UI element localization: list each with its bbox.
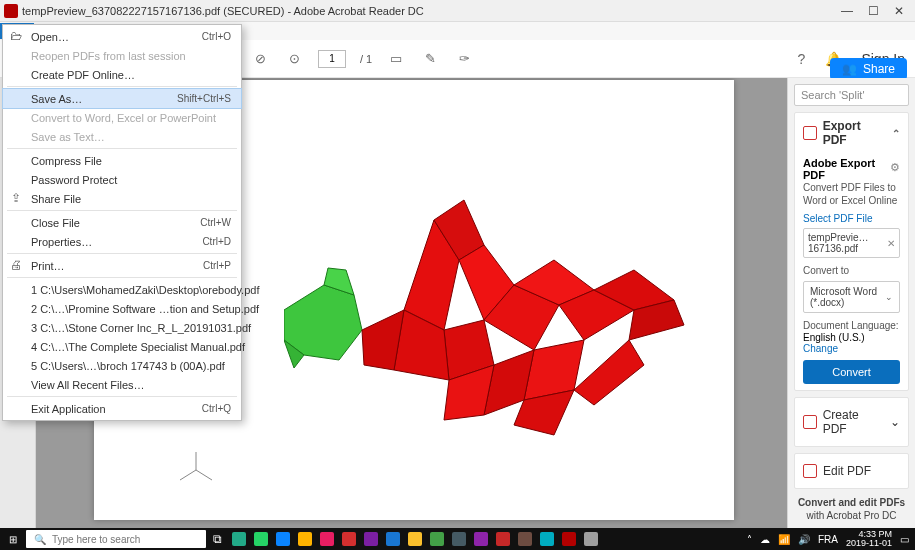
menu-share-file[interactable]: ⇪ Share File (3, 189, 241, 208)
taskbar-search[interactable]: 🔍 Type here to search (26, 530, 206, 548)
comment-icon[interactable]: ▭ (386, 49, 406, 69)
tray-clock[interactable]: 4:33 PM 2019-11-01 (846, 530, 892, 548)
format-value: Microsoft Word (*.docx) (810, 286, 885, 308)
menu-recent-2-label: 2 C:\…\Promine Software …tion and Setup.… (31, 303, 259, 315)
taskbar-search-placeholder: Type here to search (52, 534, 140, 545)
chevron-up-icon: ⌃ (892, 128, 900, 139)
maximize-button[interactable]: ☐ (867, 5, 879, 17)
menu-save-as-text: Save as Text… (3, 127, 241, 146)
menu-password-protect[interactable]: Password Protect (3, 170, 241, 189)
tray-volume-icon[interactable]: 🔊 (798, 534, 810, 545)
tray-date: 2019-11-01 (846, 539, 892, 548)
page-up-icon[interactable]: ⊘ (250, 49, 270, 69)
menu-close-label: Close File (31, 217, 80, 229)
menu-properties[interactable]: Properties… Ctrl+D (3, 232, 241, 251)
export-pdf-card: Export PDF ⌃ Adobe Export PDF ⚙ Convert … (794, 112, 909, 391)
chevron-down-icon: ⌄ (885, 292, 893, 302)
share-label: Share (863, 62, 895, 76)
minimize-button[interactable]: — (841, 5, 853, 17)
menu-recent-1[interactable]: 1 C:\Users\MohamedZaki\Desktop\orebody.p… (3, 280, 241, 299)
menu-recent-5[interactable]: 5 C:\Users\…\broch 174743 b (00A).pdf (3, 356, 241, 375)
menu-recent-1-label: 1 C:\Users\MohamedZaki\Desktop\orebody.p… (31, 284, 259, 296)
menu-close-file[interactable]: Close File Ctrl+W (3, 213, 241, 232)
doc-lang-value: English (U.S.) (803, 332, 865, 343)
tray-cloud-icon[interactable]: ☁ (760, 534, 770, 545)
create-pdf-row[interactable]: Create PDF ⌄ (794, 397, 909, 447)
taskbar-app-4[interactable] (294, 530, 316, 548)
tray-lang[interactable]: FRA (818, 534, 838, 545)
system-tray[interactable]: ˄ ☁ 📶 🔊 FRA 4:33 PM 2019-11-01 ▭ (747, 530, 915, 548)
taskbar-app-11[interactable] (448, 530, 470, 548)
menu-create-online-label: Create PDF Online… (31, 69, 135, 81)
close-icon[interactable]: ✕ (887, 238, 895, 249)
page-down-icon[interactable]: ⊙ (284, 49, 304, 69)
taskbar-app-3[interactable] (272, 530, 294, 548)
tray-chevron-icon[interactable]: ˄ (747, 534, 752, 545)
taskbar-app-10[interactable] (426, 530, 448, 548)
taskbar-app-5[interactable] (316, 530, 338, 548)
action-center-icon[interactable]: ▭ (900, 534, 909, 545)
taskbar-app-8[interactable] (382, 530, 404, 548)
menu-convert-office: Convert to Word, Excel or PowerPoint (3, 108, 241, 127)
menu-compress[interactable]: Compress File (3, 151, 241, 170)
menu-print[interactable]: 🖨 Print… Ctrl+P (3, 256, 241, 275)
menu-recent-4-label: 4 C:\…\The Complete Specialist Manual.pd… (31, 341, 245, 353)
close-button[interactable]: ✕ (893, 5, 905, 17)
convert-button[interactable]: Convert (803, 360, 900, 384)
taskbar-app-17[interactable] (580, 530, 602, 548)
taskbar-app-12[interactable] (470, 530, 492, 548)
menu-create-online[interactable]: Create PDF Online… (3, 65, 241, 84)
edit-pdf-row[interactable]: Edit PDF (794, 453, 909, 489)
menu-save-as[interactable]: Save As… Shift+Ctrl+S (3, 89, 241, 108)
taskbar-app-6[interactable] (338, 530, 360, 548)
menu-recent-4[interactable]: 4 C:\…\The Complete Specialist Manual.pd… (3, 337, 241, 356)
help-icon[interactable]: ? (793, 51, 809, 67)
taskbar-app-2[interactable] (250, 530, 272, 548)
menu-print-label: Print… (31, 260, 65, 272)
adobe-export-label: Adobe Export PDF (803, 157, 886, 181)
menu-open[interactable]: 🗁 Open… Ctrl+O (3, 27, 241, 46)
taskbar-app-16[interactable] (558, 530, 580, 548)
sign-icon[interactable]: ✑ (454, 49, 474, 69)
menu-exit[interactable]: Exit Application Ctrl+Q (3, 399, 241, 418)
menu-save-as-text-label: Save as Text… (31, 131, 105, 143)
select-pdf-link[interactable]: Select PDF File (803, 213, 900, 224)
taskbar-app-13[interactable] (492, 530, 514, 548)
tools-search-input[interactable]: Search 'Split' (794, 84, 909, 106)
edit-pdf-label: Edit PDF (823, 464, 871, 478)
menu-view-all-recent[interactable]: View All Recent Files… (3, 375, 241, 394)
taskbar-app-7[interactable] (360, 530, 382, 548)
menu-print-shortcut: Ctrl+P (203, 260, 231, 271)
menu-compress-label: Compress File (31, 155, 102, 167)
convert-to-label: Convert to (803, 264, 900, 277)
menu-separator (7, 396, 237, 397)
tray-wifi-icon[interactable]: 📶 (778, 534, 790, 545)
menu-properties-label: Properties… (31, 236, 92, 248)
page-total-label: / 1 (360, 53, 372, 65)
page-number-input[interactable]: 1 (318, 50, 346, 68)
menu-open-label: Open… (31, 31, 69, 43)
windows-taskbar: ⊞ 🔍 Type here to search ⧉ ˄ ☁ 📶 🔊 FRA 4:… (0, 528, 915, 550)
taskbar-app-1[interactable] (228, 530, 250, 548)
highlight-icon[interactable]: ✎ (420, 49, 440, 69)
menu-separator (7, 210, 237, 211)
task-view-icon[interactable]: ⧉ (206, 530, 228, 548)
format-select[interactable]: Microsoft Word (*.docx) ⌄ (803, 281, 900, 313)
doc-lang-label: Document Language: (803, 319, 900, 332)
create-pdf-icon (803, 415, 817, 429)
taskbar-app-15[interactable] (536, 530, 558, 548)
start-button[interactable]: ⊞ (0, 534, 26, 545)
menu-properties-shortcut: Ctrl+D (202, 236, 231, 247)
menu-recent-3[interactable]: 3 C:\…\Stone Corner Inc_R_L_20191031.pdf (3, 318, 241, 337)
menu-save-as-label: Save As… (31, 93, 82, 105)
edit-pdf-icon (803, 464, 817, 478)
tools-side-panel: Search 'Split' Export PDF ⌃ Adobe Export… (787, 78, 915, 528)
menu-recent-2[interactable]: 2 C:\…\Promine Software …tion and Setup.… (3, 299, 241, 318)
taskbar-app-14[interactable] (514, 530, 536, 548)
export-pdf-header[interactable]: Export PDF ⌃ (803, 119, 900, 147)
selected-file-chip[interactable]: tempPrevie…167136.pdf ✕ (803, 228, 900, 258)
share-button[interactable]: 👥 Share (830, 58, 907, 80)
change-lang-link[interactable]: Change (803, 343, 838, 354)
settings-gear-icon[interactable]: ⚙ (890, 161, 900, 174)
taskbar-app-9[interactable] (404, 530, 426, 548)
